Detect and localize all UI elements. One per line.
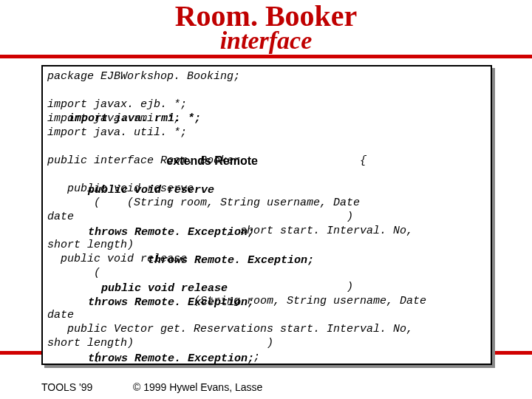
code-front-line: throws Remote. Exception; (68, 296, 254, 309)
code-front-line: throws Remote. Exception; (68, 352, 254, 365)
footer-mid: © 1999 Hywel Evans, Lasse (133, 381, 262, 393)
title-line-2: interface (0, 28, 532, 53)
code-front-line: throws Remote. Exception; (68, 226, 254, 239)
footer-left: TOOLS '99 (41, 381, 92, 393)
slide: Room. Booker interface package EJBWorksh… (0, 0, 532, 399)
divider-top (0, 55, 532, 58)
title-block: Room. Booker interface (0, 0, 532, 53)
code-front-line: public void reserve (68, 184, 214, 197)
code-frame: package EJBWorkshop. Booking; import jav… (41, 65, 492, 365)
code-front-line: extends Remote (68, 154, 258, 167)
code-front-line: throws Remote. Exception; (68, 254, 314, 267)
code-layer-front: import java. rmi. *; extends Remote publ… (68, 69, 486, 365)
code-front-line: public void release (68, 282, 228, 295)
code-front-line: import java. rmi. *; (68, 112, 201, 125)
